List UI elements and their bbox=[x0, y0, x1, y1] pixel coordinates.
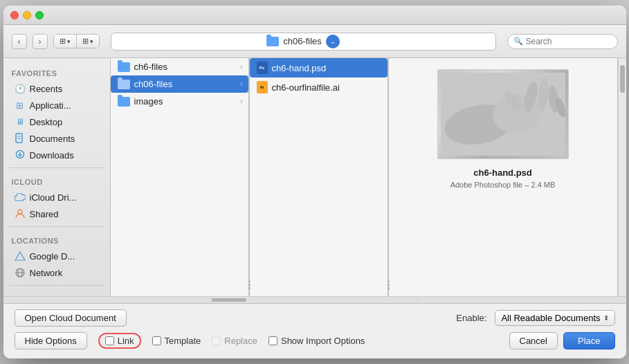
scroll-section-2 bbox=[212, 298, 417, 302]
link-checkbox-group: Link bbox=[98, 333, 141, 349]
file-item-ch6-hand-psd[interactable]: Ps ch6-hand.psd bbox=[250, 58, 388, 78]
enable-dropdown-icon: ⬍ bbox=[603, 314, 609, 322]
maximize-button[interactable] bbox=[35, 11, 44, 19]
file-item-ch6-hand-psd-label: ch6-hand.psd bbox=[272, 63, 327, 73]
close-button[interactable] bbox=[10, 11, 19, 19]
sidebar-item-recents[interactable]: 🕐 Recents bbox=[6, 80, 107, 97]
folder-icon bbox=[266, 37, 279, 46]
file-item-ch6-files[interactable]: ch6-files › bbox=[111, 58, 248, 75]
sidebar-item-applications-label: Applicati... bbox=[30, 100, 71, 111]
template-checkbox[interactable] bbox=[152, 336, 161, 345]
file-item-images-label: images bbox=[134, 96, 163, 107]
scroll-thumb[interactable] bbox=[620, 65, 625, 93]
psd-icon: Ps bbox=[257, 62, 268, 74]
folder-icon-ch6 bbox=[118, 62, 130, 72]
path-dropdown-btn[interactable]: ⌄ bbox=[326, 35, 340, 48]
scroll-section-1 bbox=[6, 298, 212, 302]
sidebar-item-shared[interactable]: Shared bbox=[6, 206, 107, 222]
open-cloud-button[interactable]: Open Cloud Document bbox=[15, 309, 127, 327]
scrollbar-right[interactable] bbox=[618, 58, 626, 296]
replace-checkbox[interactable] bbox=[212, 336, 221, 345]
search-input[interactable] bbox=[526, 37, 609, 46]
link-checkbox[interactable] bbox=[105, 336, 114, 345]
file-item-ch6-ourfinalfile[interactable]: Ai ch6-ourfinalfile.ai bbox=[250, 78, 388, 97]
view-grid-icon: ⊞ bbox=[82, 37, 89, 46]
sidebar-item-desktop-label: Desktop bbox=[30, 117, 63, 127]
replace-label: Replace bbox=[224, 336, 257, 346]
scroll-track-1 bbox=[6, 298, 212, 302]
folder-icon-ch06 bbox=[118, 80, 130, 89]
back-button[interactable]: ‹ bbox=[12, 34, 27, 49]
search-box[interactable]: 🔍 bbox=[507, 34, 618, 49]
sidebar-item-documents-label: Documents bbox=[30, 134, 75, 144]
action-buttons: Cancel Place bbox=[509, 332, 615, 349]
file-item-images[interactable]: images › bbox=[111, 93, 248, 110]
file-item-ch6-ourfinalfile-label: ch6-ourfinalfile.ai bbox=[272, 82, 340, 93]
view-grid-btn[interactable]: ⊞ ▾ bbox=[77, 35, 99, 48]
icloud-section-title: iCloud bbox=[3, 172, 110, 189]
sidebar-item-google-drive[interactable]: Google D... bbox=[6, 248, 107, 264]
chevron-ch6-files: › bbox=[240, 63, 242, 71]
sidebar-item-icloud-drive-label: iCloud Dri... bbox=[30, 192, 77, 203]
sidebar-item-icloud-drive[interactable]: iCloud Dri... bbox=[6, 189, 107, 206]
desktop-icon: 🖥 bbox=[15, 116, 26, 127]
pane-separator-2 bbox=[388, 58, 389, 296]
file-browser: ch6-files › ch06-files › images › bbox=[111, 58, 626, 296]
chevron-ch06-files: › bbox=[240, 80, 242, 88]
preview-meta: Adobe Photoshop file – 2.4 MB bbox=[450, 181, 556, 189]
hand-image-preview bbox=[438, 70, 568, 158]
link-label: Link bbox=[118, 336, 134, 346]
sidebar-item-downloads-label: Downloads bbox=[30, 150, 74, 161]
sidebar-item-shared-label: Shared bbox=[30, 209, 59, 219]
sidebar-item-desktop[interactable]: 🖥 Desktop bbox=[6, 113, 107, 130]
file-column-2: Ps ch6-hand.psd Ai ch6-ourfinalfile.ai bbox=[250, 58, 388, 296]
scroll-section-3 bbox=[418, 298, 623, 302]
view-icon-btn[interactable]: ⊞ ▾ bbox=[54, 35, 77, 48]
favorites-section-title: Favorites bbox=[3, 64, 110, 80]
preview-filename: ch6-hand.psd bbox=[473, 167, 532, 178]
minimize-button[interactable] bbox=[23, 11, 31, 19]
place-button[interactable]: Place bbox=[563, 332, 615, 349]
hide-options-button[interactable]: Hide Options bbox=[15, 332, 87, 349]
folder-icon-images bbox=[118, 97, 130, 107]
scroll-thumb-h[interactable] bbox=[212, 298, 246, 302]
search-icon: 🔍 bbox=[513, 37, 523, 46]
show-import-label: Show Import Options bbox=[281, 336, 365, 346]
sidebar-item-google-drive-label: Google D... bbox=[30, 251, 75, 262]
file-item-ch6-files-label: ch6-files bbox=[134, 62, 167, 72]
preview-pane: ch6-hand.psd Adobe Photoshop file – 2.4 … bbox=[389, 58, 618, 296]
sidebar: Favorites 🕐 Recents ⊞ Applicati... 🖥 Des… bbox=[3, 58, 111, 296]
sidebar-item-recents-label: Recents bbox=[30, 84, 63, 94]
svg-marker-6 bbox=[15, 252, 25, 260]
replace-checkbox-group: Replace bbox=[212, 336, 257, 346]
path-label: ch06-files bbox=[283, 36, 322, 46]
sidebar-item-network[interactable]: Network bbox=[6, 264, 107, 281]
bottom-bar: Open Cloud Document Enable: All Readable… bbox=[3, 303, 626, 358]
title-bar bbox=[3, 6, 626, 25]
enable-label: Enable: bbox=[456, 313, 486, 323]
sidebar-item-documents[interactable]: Documents bbox=[6, 130, 107, 147]
preview-thumbnail bbox=[437, 69, 569, 159]
forward-button[interactable]: › bbox=[33, 34, 48, 49]
google-drive-icon bbox=[15, 251, 26, 262]
enable-select-value: All Readable Documents bbox=[501, 313, 600, 323]
show-import-checkbox-group: Show Import Options bbox=[268, 336, 365, 346]
cancel-button[interactable]: Cancel bbox=[509, 332, 558, 349]
scroll-track-3 bbox=[418, 298, 623, 302]
file-item-ch06-files[interactable]: ch06-files › bbox=[111, 75, 248, 93]
template-checkbox-group: Template bbox=[152, 336, 201, 346]
sidebar-item-downloads[interactable]: Downloads bbox=[6, 147, 107, 163]
sidebar-divider-2 bbox=[9, 226, 104, 227]
sidebar-item-network-label: Network bbox=[30, 268, 63, 278]
hand-svg bbox=[441, 73, 565, 156]
sidebar-divider-1 bbox=[9, 167, 104, 168]
sidebar-item-applications[interactable]: ⊞ Applicati... bbox=[6, 97, 107, 113]
template-label: Template bbox=[165, 336, 201, 346]
path-bar[interactable]: ch06-files ⌄ bbox=[111, 33, 496, 51]
show-import-checkbox[interactable] bbox=[268, 336, 277, 345]
file-column-1: ch6-files › ch06-files › images › bbox=[111, 58, 249, 296]
enable-select[interactable]: All Readable Documents ⬍ bbox=[495, 310, 614, 326]
recents-icon: 🕐 bbox=[15, 83, 26, 94]
main-content: Favorites 🕐 Recents ⊞ Applicati... 🖥 Des… bbox=[3, 58, 626, 296]
sidebar-divider-3 bbox=[9, 285, 104, 286]
